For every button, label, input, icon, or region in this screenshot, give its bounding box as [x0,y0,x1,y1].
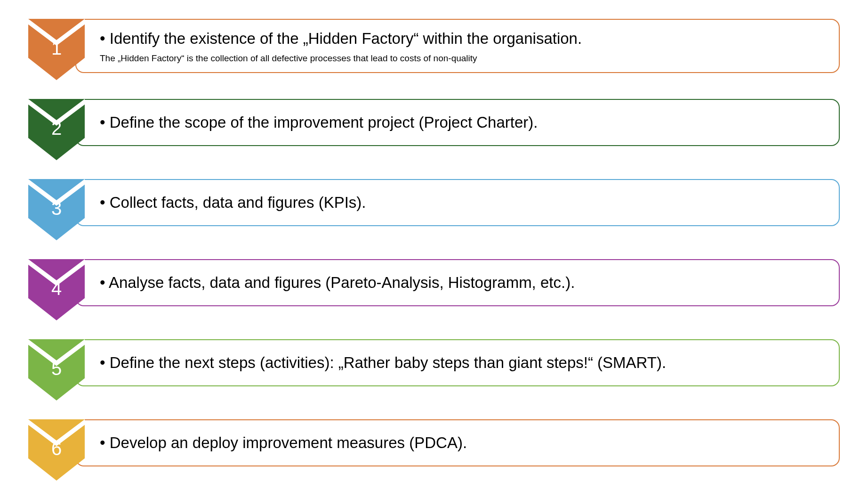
step-content-box: Collect facts, data and figures (KPIs). [75,179,840,226]
chevron-icon: 5 [28,339,85,400]
step-row-2: 2 Define the scope of the improvement pr… [28,99,840,160]
step-text: Collect facts, data and figures (KPIs). [100,192,825,213]
step-text: Analyse facts, data and figures (Pareto-… [100,272,825,294]
step-row-4: 4 Analyse facts, data and figures (Paret… [28,259,840,320]
chevron-icon: 1 [28,19,85,80]
process-steps-diagram: 1 Identify the existence of the „Hidden … [28,19,840,481]
step-text: Define the scope of the improvement proj… [100,112,825,133]
step-number: 5 [51,358,62,379]
step-number: 3 [51,198,62,219]
step-row-5: 5 Define the next steps (activities): „R… [28,339,840,400]
step-number: 6 [51,438,62,459]
step-row-3: 3 Collect facts, data and figures (KPIs)… [28,179,840,240]
step-text: Develop an deploy improvement measures (… [100,433,825,454]
step-text: Define the next steps (activities): „Rat… [100,352,825,374]
chevron-icon: 2 [28,99,85,160]
step-number: 2 [51,118,62,139]
step-content-box: Define the next steps (activities): „Rat… [75,339,840,386]
step-row-1: 1 Identify the existence of the „Hidden … [28,19,840,80]
step-number: 1 [51,38,62,59]
chevron-icon: 4 [28,259,85,320]
step-content-box: Identify the existence of the „Hidden Fa… [75,19,840,73]
step-content-box: Define the scope of the improvement proj… [75,99,840,146]
step-number: 4 [51,278,62,299]
chevron-icon: 3 [28,179,85,240]
chevron-icon: 6 [28,419,85,481]
step-text: Identify the existence of the „Hidden Fa… [100,28,825,49]
step-content-box: Analyse facts, data and figures (Pareto-… [75,259,840,306]
step-content-box: Develop an deploy improvement measures (… [75,419,840,466]
step-subtext: The „Hidden Factory“ is the collection o… [100,53,825,64]
step-row-6: 6 Develop an deploy improvement measures… [28,419,840,481]
